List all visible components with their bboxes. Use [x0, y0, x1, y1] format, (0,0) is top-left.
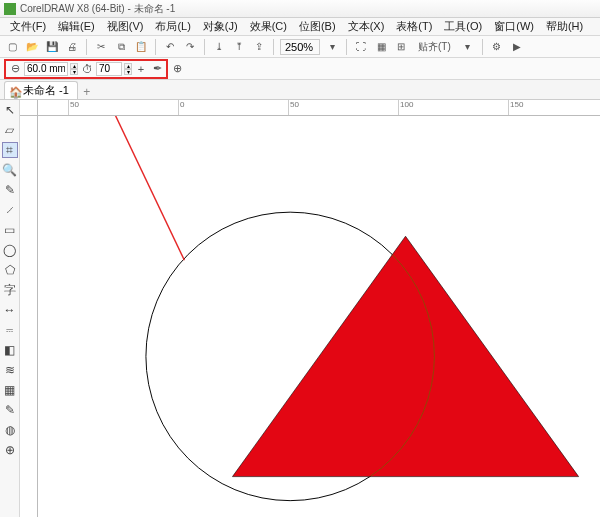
- fullscreen-button[interactable]: ⛶: [353, 39, 369, 55]
- menu-window[interactable]: 窗口(W): [488, 19, 540, 34]
- home-icon: 🏠: [9, 86, 19, 96]
- zoom-dropdown-icon[interactable]: ▾: [324, 39, 340, 55]
- ruler-origin[interactable]: [20, 100, 38, 116]
- eyedropper-tool[interactable]: ✎: [2, 402, 18, 418]
- drawing-canvas[interactable]: [38, 116, 600, 517]
- menu-help[interactable]: 帮助(H): [540, 19, 589, 34]
- transparency-tool[interactable]: ▦: [2, 382, 18, 398]
- eraser-size-input[interactable]: [24, 62, 68, 76]
- toolbox: ↖ ▱ ⌗ 🔍 ✎ ⟋ ▭ ◯ ⬠ 字 ↔ ⎓ ◧ ≋ ▦ ✎ ◍ ⊕: [0, 100, 20, 517]
- canvas-container: 50 0 50 100 150: [20, 100, 600, 517]
- ruler-tick: 50: [288, 100, 299, 116]
- menu-object[interactable]: 对象(J): [197, 19, 244, 34]
- ruler-tick: 100: [398, 100, 413, 116]
- open-button[interactable]: 📂: [24, 39, 40, 55]
- zoom-level[interactable]: 250%: [280, 39, 320, 55]
- menu-bar: 文件(F) 编辑(E) 视图(V) 布局(L) 对象(J) 效果(C) 位图(B…: [0, 18, 600, 36]
- menu-bitmap[interactable]: 位图(B): [293, 19, 342, 34]
- paste-button[interactable]: 📋: [133, 39, 149, 55]
- separator: [204, 39, 205, 55]
- polygon-tool[interactable]: ⬠: [2, 262, 18, 278]
- copy-button[interactable]: ⧉: [113, 39, 129, 55]
- window-title: CorelDRAW X8 (64-Bit) - 未命名 -1: [20, 2, 175, 16]
- smart-draw-tool[interactable]: ⟋: [2, 202, 18, 218]
- work-area: ↖ ▱ ⌗ 🔍 ✎ ⟋ ▭ ◯ ⬠ 字 ↔ ⎓ ◧ ≋ ▦ ✎ ◍ ⊕ 50 0…: [0, 100, 600, 517]
- horizontal-ruler[interactable]: 50 0 50 100 150: [38, 100, 600, 116]
- size-spinner[interactable]: ▴▾: [70, 63, 78, 75]
- tab-untitled[interactable]: 🏠 未命名 -1: [4, 81, 78, 99]
- print-button[interactable]: 🖨: [64, 39, 80, 55]
- grid-button[interactable]: ▦: [373, 39, 389, 55]
- launch-button[interactable]: ▶: [509, 39, 525, 55]
- menu-file[interactable]: 文件(F): [4, 19, 52, 34]
- app-icon: [4, 3, 16, 15]
- new-button[interactable]: ▢: [4, 39, 20, 55]
- snap-chevron-icon[interactable]: ▾: [460, 39, 476, 55]
- add-tab-button[interactable]: +: [80, 85, 94, 99]
- menu-layout[interactable]: 布局(L): [149, 19, 196, 34]
- fill-tool[interactable]: ◍: [2, 422, 18, 438]
- svg-line-1: [88, 116, 184, 260]
- crop-tool[interactable]: ⌗: [2, 142, 18, 158]
- snap-dropdown[interactable]: 贴齐(T): [413, 39, 456, 55]
- options-button[interactable]: ⚙: [489, 39, 505, 55]
- add-prop-icon[interactable]: ⊕: [170, 62, 184, 76]
- ruler-tick: 50: [68, 100, 79, 116]
- quick-customize-icon[interactable]: ⊕: [2, 442, 18, 458]
- export-button[interactable]: ⤒: [231, 39, 247, 55]
- freehand-tool[interactable]: ✎: [2, 182, 18, 198]
- triangle-shape[interactable]: [232, 236, 578, 476]
- ellipse-tool[interactable]: ◯: [2, 242, 18, 258]
- tab-label: 未命名 -1: [23, 83, 69, 98]
- connector-tool[interactable]: ⎓: [2, 322, 18, 338]
- title-bar: CorelDRAW X8 (64-Bit) - 未命名 -1: [0, 0, 600, 18]
- shadow-tool[interactable]: ◧: [2, 342, 18, 358]
- text-tool[interactable]: 字: [2, 282, 18, 298]
- separator: [155, 39, 156, 55]
- undo-button[interactable]: ↶: [162, 39, 178, 55]
- menu-view[interactable]: 视图(V): [101, 19, 150, 34]
- annotation-highlight: ⊖ ▴▾ ⏱ ▴▾ + ✒: [4, 59, 168, 79]
- publish-button[interactable]: ⇪: [251, 39, 267, 55]
- eraser-shape-icon[interactable]: ⊖: [8, 62, 22, 76]
- rectangle-tool[interactable]: ▭: [2, 222, 18, 238]
- separator: [86, 39, 87, 55]
- cut-button[interactable]: ✂: [93, 39, 109, 55]
- separator: [482, 39, 483, 55]
- separator: [273, 39, 274, 55]
- dimension-tool[interactable]: ↔: [2, 302, 18, 318]
- import-button[interactable]: ⤓: [211, 39, 227, 55]
- document-tabs: 🏠 未命名 -1 +: [0, 80, 600, 100]
- zoom-tool[interactable]: 🔍: [2, 162, 18, 178]
- pen-outline-icon[interactable]: ✒: [150, 62, 164, 76]
- reduce-nodes-icon[interactable]: +: [134, 62, 148, 76]
- redo-button[interactable]: ↷: [182, 39, 198, 55]
- separator: [346, 39, 347, 55]
- angle-icon: ⏱: [80, 62, 94, 76]
- menu-text[interactable]: 文本(X): [342, 19, 391, 34]
- menu-tools[interactable]: 工具(O): [438, 19, 488, 34]
- annotation-arrow: [84, 116, 184, 260]
- angle-input[interactable]: [96, 62, 122, 76]
- menu-table[interactable]: 表格(T): [390, 19, 438, 34]
- ruler-tick: 150: [508, 100, 523, 116]
- angle-spinner[interactable]: ▴▾: [124, 63, 132, 75]
- property-bar: ⊖ ▴▾ ⏱ ▴▾ + ✒ ⊕: [0, 58, 600, 80]
- menu-edit[interactable]: 编辑(E): [52, 19, 101, 34]
- vertical-ruler[interactable]: [20, 116, 38, 517]
- guides-button[interactable]: ⊞: [393, 39, 409, 55]
- menu-effects[interactable]: 效果(C): [244, 19, 293, 34]
- blend-tool[interactable]: ≋: [2, 362, 18, 378]
- save-button[interactable]: 💾: [44, 39, 60, 55]
- standard-toolbar: ▢ 📂 💾 🖨 ✂ ⧉ 📋 ↶ ↷ ⤓ ⤒ ⇪ 250% ▾ ⛶ ▦ ⊞ 贴齐(…: [0, 36, 600, 58]
- shape-tool[interactable]: ▱: [2, 122, 18, 138]
- ruler-tick: 0: [178, 100, 184, 116]
- pick-tool[interactable]: ↖: [2, 102, 18, 118]
